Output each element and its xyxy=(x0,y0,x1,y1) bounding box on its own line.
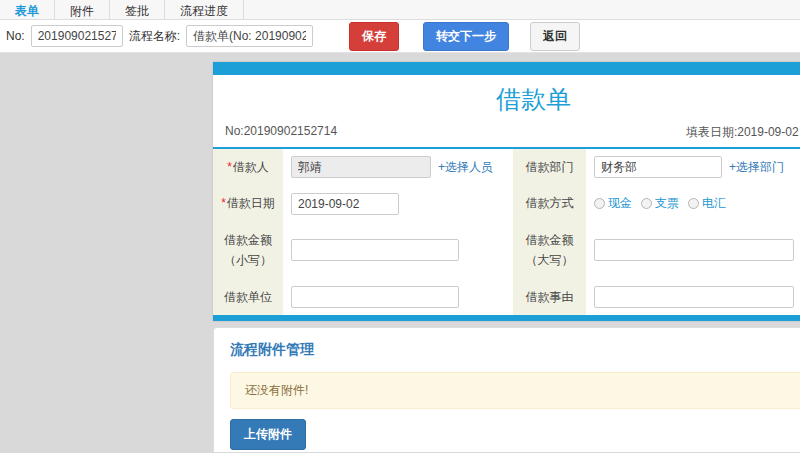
save-button[interactable]: 保存 xyxy=(349,22,399,51)
radio-cash-label: 现金 xyxy=(608,195,632,212)
form-grid: *借款人 +选择人员 借款部门 +选择部门 *借款日期 借款 xyxy=(213,149,800,315)
amount-uppercase-cell xyxy=(586,222,800,279)
tab-attachments[interactable]: 附件 xyxy=(55,0,110,19)
transfer-next-step-button[interactable]: 转交下一步 xyxy=(423,22,509,51)
content-area: 借款单 No:20190902152714 填表日期:2019-09-02 15… xyxy=(0,53,800,452)
radio-check-label: 支票 xyxy=(655,195,679,212)
loan-date-cell xyxy=(283,185,513,221)
radio-check[interactable]: 支票 xyxy=(641,195,679,212)
loan-unit-label: 借款单位 xyxy=(213,279,283,315)
loan-method-radio-group: 现金 支票 电汇 xyxy=(594,195,726,212)
radio-wire-transfer[interactable]: 电汇 xyxy=(688,195,726,212)
loan-date-label: *借款日期 xyxy=(213,185,283,221)
amount-lowercase-label: 借款金额（小写） xyxy=(213,222,283,279)
loan-reason-cell xyxy=(586,279,800,315)
department-label: 借款部门 xyxy=(513,149,586,185)
radio-circle-icon[interactable] xyxy=(641,198,652,209)
radio-wire-transfer-label: 电汇 xyxy=(702,195,726,212)
tab-process-progress[interactable]: 流程进度 xyxy=(165,0,244,19)
loan-method-cell: 现金 支票 电汇 xyxy=(586,185,800,221)
amount-lowercase-input[interactable] xyxy=(291,239,459,261)
back-button[interactable]: 返回 xyxy=(530,22,580,51)
select-person-link[interactable]: +选择人员 xyxy=(438,159,493,176)
attachments-heading: 流程附件管理 xyxy=(230,341,800,359)
amount-uppercase-label: 借款金额（大写） xyxy=(513,222,586,279)
select-department-link[interactable]: +选择部门 xyxy=(729,159,784,176)
form-no-text: No:20190902152714 xyxy=(225,124,337,141)
no-attachments-alert: 还没有附件! xyxy=(230,372,800,409)
tab-bar: 表单 附件 签批 流程进度 xyxy=(0,0,800,20)
loan-reason-input[interactable] xyxy=(594,286,794,308)
process-name-label: 流程名称: xyxy=(129,28,180,45)
form-top-bar xyxy=(213,62,800,75)
loan-reason-label: 借款事由 xyxy=(513,279,586,315)
borrower-cell: +选择人员 xyxy=(283,149,513,185)
loan-date-input[interactable] xyxy=(291,193,399,215)
form-bottom-bar xyxy=(213,315,800,321)
amount-uppercase-input[interactable] xyxy=(594,239,794,261)
department-input[interactable] xyxy=(594,156,722,178)
amount-lowercase-cell xyxy=(283,222,513,279)
no-input[interactable] xyxy=(31,25,123,47)
form-meta-row: No:20190902152714 填表日期:2019-09-02 15:27:… xyxy=(213,120,800,149)
loan-form-panel: 借款单 No:20190902152714 填表日期:2019-09-02 15… xyxy=(213,62,800,321)
radio-circle-icon[interactable] xyxy=(594,198,605,209)
required-asterisk: * xyxy=(227,160,232,174)
attachments-panel: 流程附件管理 还没有附件! 上传附件 xyxy=(213,327,800,452)
tab-form[interactable]: 表单 xyxy=(0,0,55,19)
borrower-label: *借款人 xyxy=(213,149,283,185)
loan-unit-input[interactable] xyxy=(291,286,459,308)
tab-approval[interactable]: 签批 xyxy=(110,0,165,19)
form-title: 借款单 xyxy=(213,75,800,120)
main-document: 借款单 No:20190902152714 填表日期:2019-09-02 15… xyxy=(213,62,800,452)
loan-unit-cell xyxy=(283,279,513,315)
radio-circle-icon[interactable] xyxy=(688,198,699,209)
required-asterisk: * xyxy=(221,196,226,210)
radio-cash[interactable]: 现金 xyxy=(594,195,632,212)
department-cell: +选择部门 xyxy=(586,149,800,185)
upload-attachment-button[interactable]: 上传附件 xyxy=(230,419,306,450)
process-name-input[interactable] xyxy=(186,25,313,47)
action-toolbar: No: 流程名称: 保存 转交下一步 返回 xyxy=(0,20,800,53)
form-date-text: 填表日期:2019-09-02 15:27:1 xyxy=(686,124,800,141)
borrower-input[interactable] xyxy=(291,156,431,178)
no-label: No: xyxy=(6,29,25,43)
loan-method-label: 借款方式 xyxy=(513,185,586,221)
